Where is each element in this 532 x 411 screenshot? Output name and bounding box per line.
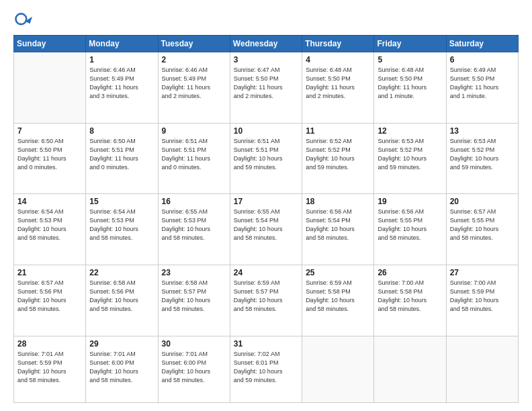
calendar-cell: 2Sunrise: 6:46 AM Sunset: 5:49 PM Daylig… [158,52,230,124]
calendar-cell: 11Sunrise: 6:52 AM Sunset: 5:52 PM Dayli… [302,123,374,194]
calendar-cell: 8Sunrise: 6:50 AM Sunset: 5:51 PM Daylig… [86,123,158,194]
day-number: 16 [162,197,226,206]
day-number: 26 [378,268,442,277]
day-info: Sunrise: 7:01 AM Sunset: 5:59 PM Dayligh… [17,350,82,385]
calendar-cell: 23Sunrise: 6:58 AM Sunset: 5:57 PM Dayli… [158,265,230,336]
day-number: 28 [17,339,82,349]
day-info: Sunrise: 6:57 AM Sunset: 5:56 PM Dayligh… [17,279,82,314]
day-header-wednesday: Wednesday [230,36,302,52]
day-header-friday: Friday [374,36,446,52]
calendar-cell: 17Sunrise: 6:55 AM Sunset: 5:54 PM Dayli… [230,194,302,265]
calendar-cell: 12Sunrise: 6:53 AM Sunset: 5:52 PM Dayli… [374,123,446,194]
day-info: Sunrise: 6:52 AM Sunset: 5:52 PM Dayligh… [306,137,370,172]
day-header-saturday: Saturday [446,36,518,52]
calendar-cell: 26Sunrise: 7:00 AM Sunset: 5:58 PM Dayli… [374,265,446,336]
calendar-week-3: 14Sunrise: 6:54 AM Sunset: 5:53 PM Dayli… [14,194,519,265]
calendar-cell [446,336,518,403]
calendar-cell: 22Sunrise: 6:58 AM Sunset: 5:56 PM Dayli… [86,265,158,336]
calendar-week-4: 21Sunrise: 6:57 AM Sunset: 5:56 PM Dayli… [14,265,519,336]
day-number: 18 [306,197,370,206]
day-info: Sunrise: 7:01 AM Sunset: 6:00 PM Dayligh… [89,350,154,385]
calendar-cell: 21Sunrise: 6:57 AM Sunset: 5:56 PM Dayli… [14,265,86,336]
day-number: 30 [162,339,226,349]
day-info: Sunrise: 6:54 AM Sunset: 5:53 PM Dayligh… [89,208,154,242]
day-number: 12 [378,126,442,136]
day-number: 15 [89,197,154,206]
day-info: Sunrise: 6:48 AM Sunset: 5:50 PM Dayligh… [306,66,370,101]
calendar-cell: 19Sunrise: 6:56 AM Sunset: 5:55 PM Dayli… [374,194,446,265]
day-number: 20 [450,197,515,206]
day-number: 19 [378,197,442,206]
calendar-week-1: 1Sunrise: 6:46 AM Sunset: 5:49 PM Daylig… [14,52,519,124]
day-info: Sunrise: 7:00 AM Sunset: 5:58 PM Dayligh… [378,279,442,314]
day-info: Sunrise: 6:46 AM Sunset: 5:49 PM Dayligh… [89,66,154,101]
calendar-cell: 1Sunrise: 6:46 AM Sunset: 5:49 PM Daylig… [86,52,158,124]
day-info: Sunrise: 6:51 AM Sunset: 5:51 PM Dayligh… [162,137,226,172]
day-number: 25 [306,268,370,277]
day-number: 21 [17,268,82,277]
day-header-sunday: Sunday [14,36,86,52]
day-number: 31 [234,339,298,349]
day-number: 2 [162,55,226,64]
day-info: Sunrise: 6:55 AM Sunset: 5:53 PM Dayligh… [162,208,226,242]
calendar-cell: 3Sunrise: 6:47 AM Sunset: 5:50 PM Daylig… [230,52,302,124]
calendar-cell: 6Sunrise: 6:49 AM Sunset: 5:50 PM Daylig… [446,52,518,124]
day-number: 14 [17,197,82,206]
calendar-cell: 25Sunrise: 6:59 AM Sunset: 5:58 PM Dayli… [302,265,374,336]
day-info: Sunrise: 6:50 AM Sunset: 5:50 PM Dayligh… [17,137,82,172]
day-info: Sunrise: 6:51 AM Sunset: 5:51 PM Dayligh… [234,137,298,172]
day-info: Sunrise: 6:53 AM Sunset: 5:52 PM Dayligh… [378,137,442,172]
logo-icon [13,11,32,30]
day-number: 29 [89,339,154,349]
day-info: Sunrise: 6:57 AM Sunset: 5:55 PM Dayligh… [450,208,515,242]
day-number: 6 [450,55,515,64]
day-number: 22 [89,268,154,277]
day-info: Sunrise: 7:01 AM Sunset: 6:00 PM Dayligh… [162,350,226,385]
calendar-cell: 20Sunrise: 6:57 AM Sunset: 5:55 PM Dayli… [446,194,518,265]
day-info: Sunrise: 6:48 AM Sunset: 5:50 PM Dayligh… [378,66,442,101]
day-number: 4 [306,55,370,64]
day-header-monday: Monday [86,36,158,52]
day-info: Sunrise: 6:49 AM Sunset: 5:50 PM Dayligh… [450,66,515,101]
calendar-cell: 14Sunrise: 6:54 AM Sunset: 5:53 PM Dayli… [14,194,86,265]
day-info: Sunrise: 6:59 AM Sunset: 5:58 PM Dayligh… [306,279,370,314]
calendar-week-5: 28Sunrise: 7:01 AM Sunset: 5:59 PM Dayli… [14,336,519,403]
calendar-cell: 9Sunrise: 6:51 AM Sunset: 5:51 PM Daylig… [158,123,230,194]
day-info: Sunrise: 6:54 AM Sunset: 5:53 PM Dayligh… [17,208,82,242]
day-info: Sunrise: 6:55 AM Sunset: 5:54 PM Dayligh… [234,208,298,242]
day-number: 13 [450,126,515,136]
calendar-cell: 5Sunrise: 6:48 AM Sunset: 5:50 PM Daylig… [374,52,446,124]
day-number: 27 [450,268,515,277]
calendar-week-2: 7Sunrise: 6:50 AM Sunset: 5:50 PM Daylig… [14,123,519,194]
calendar-cell [302,336,374,403]
calendar-cell: 18Sunrise: 6:56 AM Sunset: 5:54 PM Dayli… [302,194,374,265]
day-number: 11 [306,126,370,136]
day-info: Sunrise: 7:02 AM Sunset: 6:01 PM Dayligh… [234,350,298,385]
calendar-cell: 10Sunrise: 6:51 AM Sunset: 5:51 PM Dayli… [230,123,302,194]
day-info: Sunrise: 6:58 AM Sunset: 5:57 PM Dayligh… [162,279,226,314]
day-info: Sunrise: 6:53 AM Sunset: 5:52 PM Dayligh… [450,137,515,172]
svg-point-0 [16,13,27,24]
day-number: 1 [89,55,154,64]
calendar-cell: 16Sunrise: 6:55 AM Sunset: 5:53 PM Dayli… [158,194,230,265]
day-info: Sunrise: 6:59 AM Sunset: 5:57 PM Dayligh… [234,279,298,314]
calendar-cell: 30Sunrise: 7:01 AM Sunset: 6:00 PM Dayli… [158,336,230,403]
calendar-cell: 27Sunrise: 7:00 AM Sunset: 5:59 PM Dayli… [446,265,518,336]
day-number: 24 [234,268,298,277]
calendar-cell [14,52,86,124]
day-number: 17 [234,197,298,206]
calendar-cell: 15Sunrise: 6:54 AM Sunset: 5:53 PM Dayli… [86,194,158,265]
logo [13,11,35,30]
day-info: Sunrise: 7:00 AM Sunset: 5:59 PM Dayligh… [450,279,515,314]
page-header [13,11,519,30]
day-number: 9 [162,126,226,136]
day-number: 3 [234,55,298,64]
calendar-cell: 31Sunrise: 7:02 AM Sunset: 6:01 PM Dayli… [230,336,302,403]
day-number: 8 [89,126,154,136]
calendar-cell: 13Sunrise: 6:53 AM Sunset: 5:52 PM Dayli… [446,123,518,194]
day-info: Sunrise: 6:50 AM Sunset: 5:51 PM Dayligh… [89,137,154,172]
calendar-cell [374,336,446,403]
calendar-header-row: SundayMondayTuesdayWednesdayThursdayFrid… [14,36,519,52]
calendar-cell: 4Sunrise: 6:48 AM Sunset: 5:50 PM Daylig… [302,52,374,124]
day-info: Sunrise: 6:46 AM Sunset: 5:49 PM Dayligh… [162,66,226,101]
